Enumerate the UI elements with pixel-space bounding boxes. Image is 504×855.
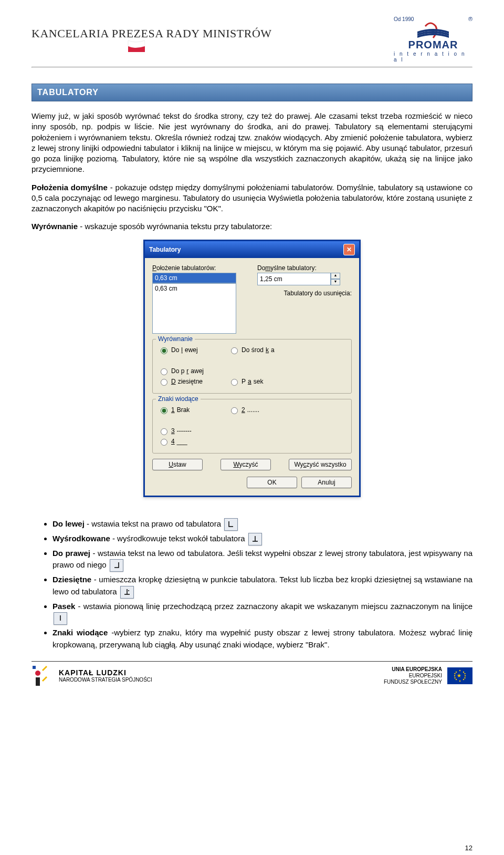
polish-flag-icon — [126, 40, 145, 52]
p3-rest: - wskazuje sposób wyrównania tekstu przy… — [78, 222, 272, 231]
position-list[interactable]: 0,63 cm — [152, 283, 236, 334]
radio-center[interactable]: Do środka — [228, 346, 286, 354]
position-input[interactable] — [152, 273, 236, 283]
radio-leader-1[interactable]: 1 Brak — [158, 406, 216, 414]
p3-bold: Wyrównanie — [32, 222, 78, 231]
svg-point-11 — [463, 679, 464, 680]
section-title: TABULATORY — [32, 84, 472, 101]
svg-point-15 — [464, 677, 465, 678]
kl-subtitle: NARODOWA STRATEGIA SPÓJNOŚCI — [59, 677, 152, 683]
tab-right-icon — [110, 559, 123, 572]
radio-left[interactable]: Do lewej — [158, 346, 216, 354]
radio-leader-4[interactable]: 4 ___ — [158, 437, 216, 446]
svg-point-2 — [35, 671, 40, 676]
svg-point-7 — [465, 675, 466, 676]
tabulatory-dialog: Tabulatory ✕ PPołożenie tabulatorów:ołoż… — [143, 240, 361, 497]
p2-bold: Położenia domyślne — [32, 183, 108, 192]
tab-decimal-icon — [120, 586, 134, 599]
page-header: KANCELARIA PREZESA RADY MINISTRÓW Od 199… — [32, 16, 472, 63]
remove-label: Tabulatory do usunięcia: — [257, 290, 352, 297]
org-name: KANCELARIA PREZESA RADY MINISTRÓW — [32, 27, 272, 40]
radio-leader-2[interactable]: 2 ....... — [228, 406, 286, 414]
eu-line1: UNIA EUROPEJSKA — [384, 666, 442, 673]
set-button[interactable]: Ustaw — [152, 459, 203, 470]
eu-line3: FUNDUSZ SPOŁECZNY — [384, 679, 442, 685]
paragraph-1: Wiemy już, w jaki sposób wyrównać tekst … — [32, 111, 472, 175]
promar-logo: Od 1990 ® PROMAR i n t e r n a t i o n a… — [394, 16, 472, 63]
promar-name: PROMAR — [408, 39, 458, 51]
cancel-button[interactable]: Anuluj — [301, 477, 352, 488]
tab-left-icon — [224, 518, 238, 531]
align-legend: Wyrównanie — [156, 335, 195, 343]
list-item: Dziesiętne - umieszcza kropkę dziesiętną… — [52, 574, 472, 599]
list-item: Do lewej - wstawia tekst na prawo od tab… — [52, 518, 472, 531]
def-label: Domyślne tabulatory: — [257, 264, 352, 272]
tab-bar-icon — [54, 612, 67, 625]
page-footer: KAPITAŁ LUDZKI NARODOWA STRATEGIA SPÓJNO… — [32, 661, 472, 687]
clear-button[interactable]: Wyczyść — [220, 459, 271, 470]
eu-line2: EUROPEJSKI — [384, 673, 442, 679]
svg-rect-3 — [33, 666, 36, 669]
svg-point-6 — [454, 675, 455, 676]
svg-point-4 — [459, 670, 460, 671]
svg-point-14 — [454, 677, 455, 678]
kl-title: KAPITAŁ LUDZKI — [59, 669, 152, 677]
radio-bar[interactable]: Pasek — [228, 377, 286, 386]
list-item: Wyśrodkowane - wyśrodkowuje tekst wokół … — [52, 533, 472, 545]
registered-icon: ® — [468, 16, 472, 22]
ok-button[interactable]: OK — [247, 477, 297, 488]
svg-point-13 — [464, 673, 465, 674]
kapital-ludzki-icon — [32, 665, 54, 687]
svg-point-12 — [454, 673, 455, 674]
eu-flag-icon — [447, 667, 472, 684]
radio-right[interactable]: Do prawej — [158, 367, 216, 375]
default-tab-input[interactable] — [257, 273, 331, 285]
svg-point-10 — [456, 679, 457, 680]
alignment-group: Wyrównanie Do lewej Do środka Do prawej … — [152, 339, 352, 394]
paragraph-3: Wyrównanie - wskazuje sposób wyrównania … — [32, 221, 472, 232]
leader-legend: Znaki wiodące — [156, 395, 201, 403]
close-icon[interactable]: ✕ — [343, 244, 355, 255]
radio-decimal[interactable]: Dziesiętne — [158, 377, 216, 386]
leader-group: Znaki wiodące 1 Brak 2 ....... 3 -------… — [152, 399, 352, 454]
list-item: Pasek - wstawia pionową linię przechodzą… — [52, 601, 472, 625]
promar-since: Od 1990 — [394, 16, 414, 22]
pos-label: PPołożenie tabulatorów:ołożenie tabulato… — [152, 264, 247, 272]
svg-point-0 — [128, 590, 129, 591]
header-rule — [32, 67, 472, 68]
list-item: Znaki wiodące -wybierz typ znaku, który … — [52, 627, 472, 651]
list-item[interactable]: 0,63 cm — [155, 285, 234, 292]
paragraph-2: Położenia domyślne - pokazuje odstęp mię… — [32, 182, 472, 214]
svg-point-8 — [456, 672, 457, 673]
clear-all-button[interactable]: Wyczyść wszystko — [289, 459, 352, 470]
dialog-title-text: Tabulatory — [149, 246, 181, 253]
svg-point-5 — [459, 681, 460, 682]
spinner-icon[interactable]: ▲▼ — [331, 273, 340, 285]
tab-types-list: Do lewej - wstawia tekst na prawo od tab… — [37, 518, 472, 651]
tab-center-icon — [248, 533, 262, 545]
list-item: Do prawej - wstawia tekst na lewo od tab… — [52, 548, 472, 572]
svg-point-9 — [463, 672, 464, 673]
promar-book-icon — [415, 22, 452, 39]
dialog-titlebar: Tabulatory ✕ — [145, 241, 359, 258]
radio-leader-3[interactable]: 3 ------- — [158, 427, 216, 435]
promar-intl: i n t e r n a t i o n a l — [394, 51, 472, 63]
